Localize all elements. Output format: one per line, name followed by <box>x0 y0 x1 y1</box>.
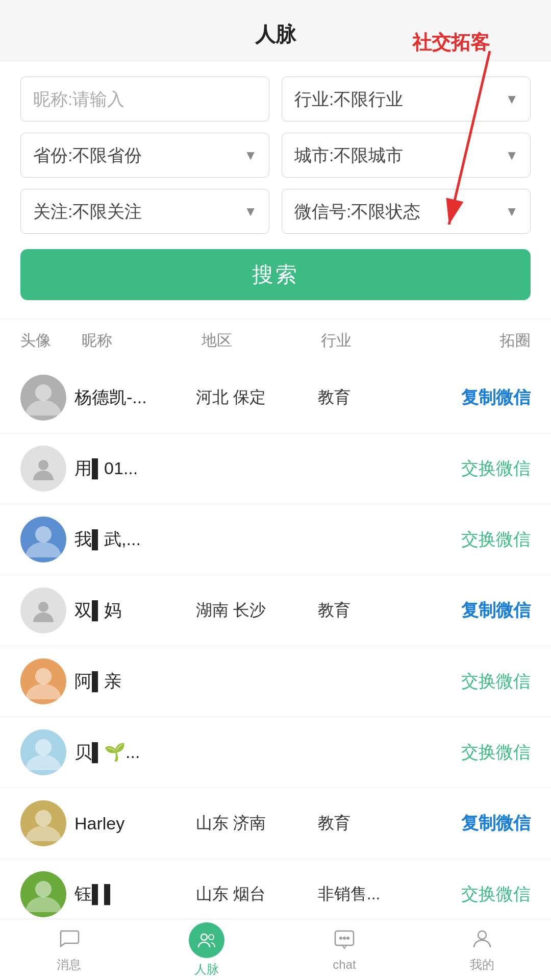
filter-row-2: 省份:不限省份 城市:不限城市 <box>20 133 531 178</box>
user-industry: 教育 <box>318 812 409 835</box>
mine-icon <box>471 927 493 953</box>
filter-row-1: 行业:不限行业 <box>20 77 531 121</box>
col-header-industry: 行业 <box>321 330 411 351</box>
user-industry: 教育 <box>318 386 409 409</box>
industry-select[interactable]: 行业:不限行业 <box>282 77 531 121</box>
user-row[interactable]: 用▌01... 交换微信 <box>0 433 551 504</box>
col-header-name: 昵称 <box>77 330 202 351</box>
nickname-input[interactable] <box>20 77 269 121</box>
user-action[interactable]: 交换微信 <box>409 741 531 764</box>
nav-item-chat[interactable]: chat <box>276 928 413 972</box>
action-button[interactable]: 交换微信 <box>461 884 531 903</box>
action-button[interactable]: 复制微信 <box>461 600 531 620</box>
avatar <box>20 375 66 421</box>
action-button[interactable]: 交换微信 <box>461 529 531 549</box>
filter-area: 行业:不限行业 省份:不限省份 城市:不限城市 关注:不限关注 <box>0 61 551 310</box>
user-name: Harley <box>66 814 196 834</box>
user-region: 山东 烟台 <box>196 883 317 905</box>
svg-point-7 <box>35 739 52 755</box>
user-region: 山东 济南 <box>196 812 317 835</box>
svg-point-9 <box>35 881 52 897</box>
page-title: 人脉 <box>255 23 296 45</box>
svg-point-15 <box>346 937 349 940</box>
user-row[interactable]: Harley 山东 济南 教育 复制微信 <box>0 788 551 859</box>
col-header-region: 地区 <box>202 330 321 351</box>
user-region: 湖南 长沙 <box>196 599 317 622</box>
user-name: 钰▌▌ <box>66 883 196 906</box>
action-button[interactable]: 交换微信 <box>461 742 531 762</box>
user-action[interactable]: 交换微信 <box>409 883 531 906</box>
avatar <box>20 517 66 562</box>
wechat-select[interactable]: 微信号:不限状态 <box>282 189 531 234</box>
user-industry: 教育 <box>318 599 409 622</box>
user-row[interactable]: 杨德凯-... 河北 保定 教育 复制微信 <box>0 362 551 433</box>
nav-item-renmai[interactable]: 人脉 <box>138 922 276 977</box>
action-button[interactable]: 复制微信 <box>461 387 531 407</box>
user-name: 用▌01... <box>66 457 196 480</box>
svg-point-3 <box>38 460 48 470</box>
user-name: 贝▌🌱... <box>66 741 196 764</box>
user-name: 我▌武,... <box>66 528 196 551</box>
follow-select-wrapper: 关注:不限关注 <box>20 189 269 234</box>
filter-row-3: 关注:不限关注 微信号:不限状态 <box>20 189 531 234</box>
nav-item-mine[interactable]: 我的 <box>413 927 551 973</box>
renmai-active-bg <box>189 922 224 958</box>
industry-select-wrapper: 行业:不限行业 <box>282 77 531 121</box>
user-action[interactable]: 交换微信 <box>409 457 531 480</box>
svg-point-13 <box>339 937 342 940</box>
city-select[interactable]: 城市:不限城市 <box>282 133 531 178</box>
nav-label-renmai: 人脉 <box>194 961 219 977</box>
nickname-wrapper <box>20 77 269 121</box>
svg-point-2 <box>35 384 52 401</box>
user-name: 双▌妈 <box>66 599 196 622</box>
chat-icon <box>333 928 356 954</box>
social-label-annotation: 社交拓客 <box>412 30 490 56</box>
province-select-wrapper: 省份:不限省份 <box>20 133 269 178</box>
wechat-select-wrapper: 微信号:不限状态 <box>282 189 531 234</box>
city-select-wrapper: 城市:不限城市 <box>282 133 531 178</box>
col-header-avatar: 头像 <box>20 330 77 351</box>
user-action[interactable]: 复制微信 <box>409 812 531 835</box>
svg-point-6 <box>35 668 52 684</box>
table-header: 头像 昵称 地区 行业 拓圈 <box>0 318 551 362</box>
avatar <box>20 446 66 492</box>
nav-label-messages: 消息 <box>57 957 81 973</box>
province-select[interactable]: 省份:不限省份 <box>20 133 269 178</box>
search-button[interactable]: 搜索 <box>20 249 531 300</box>
action-button[interactable]: 交换微信 <box>461 671 531 691</box>
user-name: 阿▌亲 <box>66 670 196 693</box>
messages-icon <box>58 927 80 953</box>
avatar <box>20 800 66 846</box>
bottom-nav: 消息 人脉 chat <box>0 919 551 980</box>
follow-select[interactable]: 关注:不限关注 <box>20 189 269 234</box>
avatar <box>20 729 66 775</box>
user-region: 河北 保定 <box>196 386 317 409</box>
user-row[interactable]: 贝▌🌱... 交换微信 <box>0 717 551 788</box>
nav-label-mine: 我的 <box>470 957 494 973</box>
col-header-action: 拓圈 <box>411 330 531 351</box>
svg-point-11 <box>209 935 214 940</box>
svg-point-4 <box>35 526 52 543</box>
user-industry: 非销售... <box>318 883 409 905</box>
user-name: 杨德凯-... <box>66 386 196 409</box>
svg-point-16 <box>478 931 486 939</box>
svg-point-8 <box>35 810 52 826</box>
action-button[interactable]: 交换微信 <box>461 458 531 478</box>
nav-item-messages[interactable]: 消息 <box>0 927 138 973</box>
svg-point-10 <box>201 934 207 940</box>
renmai-icon <box>196 930 217 950</box>
avatar <box>20 871 66 917</box>
svg-point-5 <box>38 602 48 612</box>
user-row[interactable]: 双▌妈 湖南 长沙 教育 复制微信 <box>0 575 551 646</box>
action-button[interactable]: 复制微信 <box>461 813 531 832</box>
user-action[interactable]: 复制微信 <box>409 599 531 622</box>
user-action[interactable]: 交换微信 <box>409 528 531 551</box>
nav-label-chat: chat <box>333 958 356 972</box>
avatar <box>20 658 66 704</box>
svg-point-14 <box>343 937 346 940</box>
user-row[interactable]: 阿▌亲 交换微信 <box>0 646 551 717</box>
user-row[interactable]: 我▌武,... 交换微信 <box>0 504 551 575</box>
avatar <box>20 587 66 633</box>
user-action[interactable]: 交换微信 <box>409 670 531 693</box>
user-action[interactable]: 复制微信 <box>409 386 531 409</box>
